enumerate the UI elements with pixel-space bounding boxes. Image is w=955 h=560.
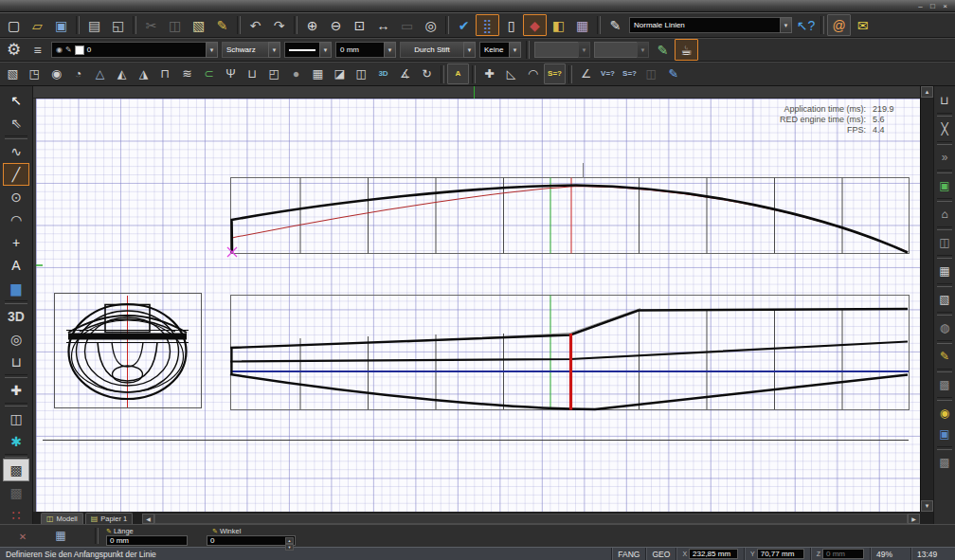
zoom-window-button[interactable]: ⊡: [348, 14, 371, 36]
undo-button[interactable]: ↶: [243, 14, 267, 36]
material-brush-tool[interactable]: ✎: [662, 63, 684, 84]
copy-button[interactable]: ◫: [163, 14, 187, 36]
render-gear-tool[interactable]: ✱: [3, 430, 29, 453]
snap-frames-tool[interactable]: ▣: [935, 175, 954, 196]
3d-grid-tool[interactable]: ▦: [307, 63, 329, 84]
paste-button[interactable]: ▧: [187, 14, 210, 36]
close-button[interactable]: ×: [939, 1, 951, 11]
3d-sweep-tool[interactable]: ⊂: [198, 63, 220, 84]
send-mail-button[interactable]: ✉: [851, 14, 874, 36]
blob-tool[interactable]: ◍: [935, 317, 954, 338]
point-cloud-button[interactable]: ⣿: [476, 14, 499, 36]
hatch-combo[interactable]: Keine ▼: [479, 42, 521, 58]
render-coffee-button[interactable]: ☕: [675, 39, 698, 61]
angle-input[interactable]: 0 ▲ ▼: [207, 535, 296, 546]
cancel-input-button[interactable]: ✕: [15, 530, 30, 543]
3d-cone-tool[interactable]: △: [89, 63, 111, 84]
cross-section-tool[interactable]: ╳: [935, 118, 954, 139]
solid-fill-tool[interactable]: ▆: [3, 277, 29, 299]
new-file-button[interactable]: ▢: [2, 14, 26, 36]
line-width-combo[interactable]: 0 mm ▼: [335, 42, 396, 58]
3d-coil-tool[interactable]: ≋: [176, 63, 198, 84]
cut-button[interactable]: ✂: [139, 14, 163, 36]
angle-spinner[interactable]: ▲ ▼: [285, 537, 294, 544]
circle-tool[interactable]: ⊙: [3, 186, 29, 208]
save-button[interactable]: ▣: [49, 14, 73, 36]
settings-gear-button[interactable]: ⚙: [2, 39, 26, 61]
3d-loft-tool[interactable]: Ψ: [220, 63, 242, 84]
pattern-pages-tool[interactable]: ▩: [935, 374, 954, 395]
measure-ruler-tool[interactable]: ◺: [500, 63, 522, 84]
minimize-button[interactable]: –: [914, 1, 927, 11]
open-box-tool[interactable]: ⌂: [935, 204, 954, 225]
3d-sphere-gray-tool[interactable]: ●: [285, 63, 307, 84]
pattern-tool[interactable]: ▩: [3, 459, 29, 481]
spline-tool[interactable]: ∿: [3, 140, 29, 163]
surface-calc-tool[interactable]: S=?: [619, 63, 640, 84]
open-file-button[interactable]: ▱: [26, 14, 49, 36]
chevron-down-icon[interactable]: ▼: [268, 42, 280, 58]
overlap-rects-tool[interactable]: ◫: [935, 232, 954, 253]
3d-line-tool[interactable]: 3D: [3, 305, 29, 328]
drawing-canvas[interactable]: Application time (ms): 219.9 RED engine …: [36, 99, 920, 512]
calculator-button[interactable]: ▦: [53, 529, 68, 542]
3d-wedge-tool[interactable]: ◭: [111, 63, 133, 84]
pen-color-combo[interactable]: Schwarz ▼: [222, 42, 280, 58]
3d-rotate-tool[interactable]: ↻: [416, 63, 438, 84]
spell-check-button[interactable]: ✔: [452, 14, 476, 36]
3d-shell-tool[interactable]: ◔: [67, 63, 89, 84]
volume-calc-tool[interactable]: V=?: [597, 63, 619, 84]
line-tool[interactable]: ╱: [3, 163, 29, 186]
layout-rects-tool[interactable]: ▩: [935, 452, 954, 473]
3d-box-tool[interactable]: ▧: [2, 63, 24, 84]
pattern-tool-alt[interactable]: ▩: [3, 481, 29, 504]
spinner-down-icon[interactable]: ▼: [285, 544, 294, 551]
geo-toggle[interactable]: GEO: [645, 548, 676, 560]
measure-angle-tool[interactable]: ∠: [575, 63, 597, 84]
tab-modell[interactable]: ◫ Modell: [41, 513, 83, 524]
cylinder-tool[interactable]: ⊔: [3, 351, 29, 373]
3d-block-tool[interactable]: ◰: [263, 63, 285, 84]
3d-revolve-tool[interactable]: ⊔: [242, 63, 263, 84]
line-style-combo[interactable]: ▼: [284, 42, 332, 58]
graphic-style-combo[interactable]: Normale Linien ▼: [629, 17, 792, 33]
3d-slice-tool[interactable]: ◪: [329, 63, 351, 84]
scroll-up-button[interactable]: ▲: [921, 86, 933, 98]
pen-width-button[interactable]: ✎: [651, 39, 675, 61]
scroll-left-button[interactable]: ◀: [142, 514, 154, 524]
zoom-level[interactable]: 49%: [870, 548, 910, 560]
3d-stack-tool[interactable]: ◫: [351, 63, 372, 84]
x-coordinate-field[interactable]: 232,85 mm: [689, 549, 738, 559]
zoom-out-button[interactable]: ⊖: [324, 14, 348, 36]
3d-pyramid-tool[interactable]: ◮: [133, 63, 154, 84]
measure-arc-tool[interactable]: ◠: [522, 63, 544, 84]
chevron-down-icon[interactable]: ▼: [463, 42, 476, 58]
u-channel-tool[interactable]: ⊔: [935, 90, 954, 111]
zoom-in-button[interactable]: ⊕: [300, 14, 324, 36]
pan-tool[interactable]: ✚: [3, 379, 29, 402]
measure-distance-tool[interactable]: ✚: [478, 63, 500, 84]
node-edit-tool[interactable]: ⇖: [3, 112, 29, 135]
3d-box-left-tool[interactable]: ◫: [3, 407, 29, 430]
scroll-down-button[interactable]: ▼: [921, 500, 933, 512]
copy-arrows-tool[interactable]: »: [935, 147, 954, 168]
chevron-down-icon[interactable]: ▼: [780, 17, 792, 33]
zoom-selection-button[interactable]: ◎: [419, 14, 442, 36]
torus-tool[interactable]: ◎: [3, 328, 29, 351]
clean-screen-button[interactable]: ▯: [499, 14, 523, 36]
arc-tool[interactable]: ◠: [3, 208, 29, 231]
horizontal-scroll-track[interactable]: [154, 514, 908, 524]
sketch-mode-button[interactable]: ✎: [604, 14, 627, 36]
length-input[interactable]: 0 mm: [106, 535, 188, 546]
zoom-page-button[interactable]: ▭: [395, 14, 419, 36]
text-render-tool[interactable]: A: [447, 63, 469, 84]
measure-area-tool[interactable]: S=?: [544, 63, 566, 84]
select-tool[interactable]: ↖: [3, 89, 29, 112]
text-tool[interactable]: A: [3, 254, 29, 277]
render-mode-button[interactable]: ◆: [523, 14, 547, 36]
insert-image-button[interactable]: ▦: [570, 14, 594, 36]
redo-button[interactable]: ↷: [267, 14, 291, 36]
layer-manager-button[interactable]: ≡: [26, 39, 49, 61]
context-help-button[interactable]: ↖?: [794, 14, 818, 36]
chevron-down-icon[interactable]: ▼: [509, 42, 521, 58]
